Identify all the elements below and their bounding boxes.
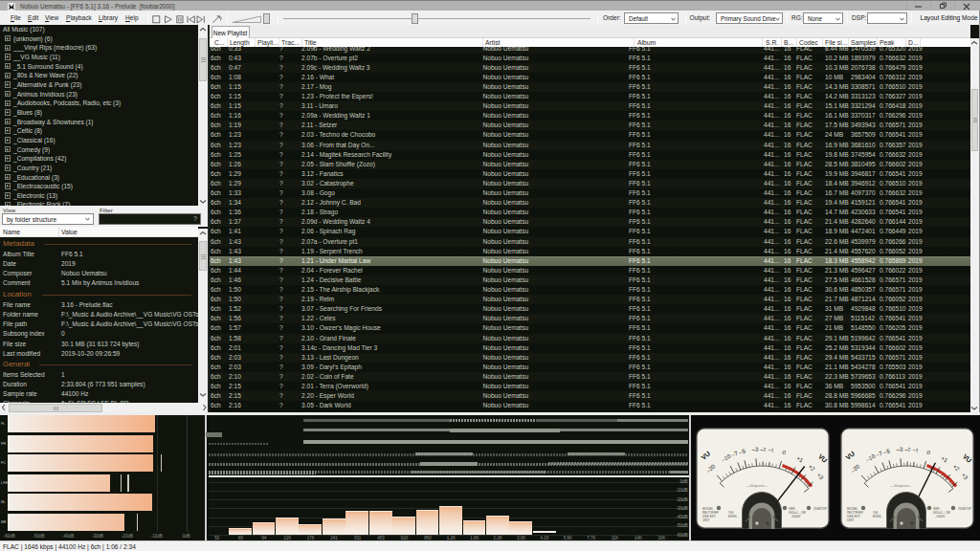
svg-text:–2: –2 [904,446,910,452]
svg-text:–1: –1 [912,447,918,453]
svg-text:–2: –2 [761,446,767,452]
svg-text:250BTDP: 250BTDP [813,507,827,511]
svg-text:—Simpson—: —Simpson— [745,483,768,488]
svg-text:UNIT: UNIT [847,518,854,522]
svg-text:–1: –1 [768,447,774,453]
svg-text:B396L: B396L [728,515,737,518]
svg-text:B396L: B396L [873,515,881,518]
svg-text:UNIT: UNIT [702,518,709,522]
svg-text:250BTDP: 250BTDP [958,507,971,511]
svg-text:→1000V: →1000V [933,515,946,518]
svg-text:→1000V: →1000V [789,515,801,518]
svg-text:–3: –3 [751,446,759,452]
svg-text:–3: –3 [896,446,903,452]
svg-text:—Simpson—: —Simpson— [889,483,913,488]
